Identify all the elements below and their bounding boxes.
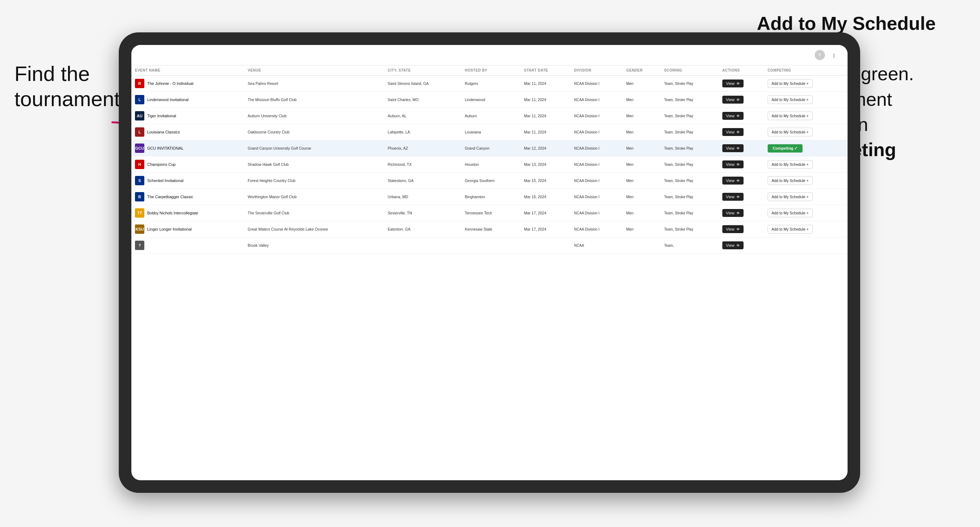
scoring: Team, Stroke Play: [664, 146, 693, 150]
city: Eatonton, GA: [388, 227, 410, 231]
hosted-by: Tennessee Tech: [465, 211, 492, 215]
scoring: Team, Stroke Play: [664, 195, 693, 199]
event-name: Schenkel Invitational: [147, 178, 183, 183]
division: NCAA Division I: [574, 211, 600, 215]
start-date: Mar 11, 2024: [524, 81, 546, 86]
add-to-schedule-button[interactable]: Add to My Schedule +: [768, 128, 813, 137]
view-button[interactable]: View 👁: [722, 128, 743, 136]
venue: Oakbourne Country Club: [248, 130, 290, 134]
venue: Shadow Hawk Golf Club: [248, 162, 289, 167]
start-date: Mar 11, 2024: [524, 114, 546, 118]
col-gender: GENDER: [623, 65, 660, 76]
city: Saint Simons Island, GA: [388, 81, 429, 86]
eye-icon: 👁: [737, 227, 740, 231]
col-venue: VENUE: [244, 65, 384, 76]
eye-icon: 👁: [737, 114, 740, 118]
scoring: Team, Stroke Play: [664, 130, 693, 134]
view-button[interactable]: View 👁: [722, 193, 743, 201]
start-date: Mar 12, 2024: [524, 146, 546, 150]
eye-icon: 👁: [737, 243, 740, 248]
scoring: Team, Stroke Play: [664, 227, 693, 231]
eye-icon: 👁: [737, 98, 740, 102]
col-actions: ACTIONS: [719, 65, 764, 76]
add-to-schedule-button[interactable]: Add to My Schedule +: [768, 111, 813, 120]
col-division: DIVISION: [570, 65, 623, 76]
scoring: Team,: [664, 243, 674, 248]
division: NCAA Division I: [574, 130, 600, 134]
venue: Great Waters Course At Reynolds Lake Oco…: [248, 227, 328, 231]
venue: The Sevierville Golf Club: [248, 211, 290, 215]
add-to-schedule-button[interactable]: Add to My Schedule +: [768, 209, 813, 217]
table-row: L Lindenwood Invitational The Missouri B…: [131, 92, 848, 108]
venue: Grand Canyon University Golf Course: [248, 146, 311, 150]
gender: Men: [626, 81, 633, 86]
view-button[interactable]: View 👁: [722, 144, 743, 152]
scoring: Team, Stroke Play: [664, 179, 693, 183]
event-name: The Carpetbagger Classic: [147, 195, 193, 199]
scoring: Team, Stroke Play: [664, 114, 693, 118]
table-row: B The Carpetbagger Classic Worthington M…: [131, 189, 848, 205]
add-to-schedule-button[interactable]: Add to My Schedule +: [768, 176, 813, 185]
app-header: T |: [131, 45, 848, 65]
gender: Men: [626, 114, 633, 118]
division: NCAA Division I: [574, 195, 600, 199]
division: NCAA Division I: [574, 82, 600, 86]
division: NCAA Division I: [574, 179, 600, 183]
eye-icon: 👁: [737, 211, 740, 215]
city: Lafayette, LA: [388, 130, 410, 134]
city: Urbana, MD: [388, 195, 408, 199]
col-competing: COMPETING: [764, 65, 848, 76]
col-scoring: SCORING: [660, 65, 719, 76]
event-name: Tiger Invitational: [147, 114, 176, 118]
event-name: Linger Longer Invitational: [147, 227, 192, 231]
competing-button[interactable]: Competing ✓: [768, 144, 803, 152]
table-row: S Schenkel Invitational Forest Heights C…: [131, 173, 848, 189]
view-button[interactable]: View 👁: [722, 112, 743, 120]
hosted-by: Georgia Southern: [465, 178, 495, 183]
view-button[interactable]: View 👁: [722, 225, 743, 233]
scoring: Team, Stroke Play: [664, 98, 693, 102]
add-to-schedule-button[interactable]: Add to My Schedule +: [768, 79, 813, 88]
table-row: AU Tiger Invitational Auburn University …: [131, 108, 848, 124]
division: NCAA Division I: [574, 163, 600, 167]
view-button[interactable]: View 👁: [722, 79, 743, 87]
user-avatar: T: [815, 50, 825, 60]
add-to-schedule-button[interactable]: Add to My Schedule +: [768, 192, 813, 201]
eye-icon: 👁: [737, 179, 740, 183]
col-city: CITY, STATE: [384, 65, 461, 76]
table-container: EVENT NAME VENUE CITY, STATE HOSTED BY S…: [131, 65, 848, 480]
start-date: Mar 11, 2024: [524, 130, 546, 134]
gender: Men: [626, 162, 633, 167]
view-button[interactable]: View 👁: [722, 177, 743, 184]
city: Auburn, AL: [388, 114, 406, 118]
venue: Forest Heights Country Club: [248, 178, 295, 183]
city: Richmond, TX: [388, 162, 411, 167]
view-button[interactable]: View 👁: [722, 96, 743, 103]
event-name: Lindenwood Invitational: [147, 97, 189, 102]
division: NCAA: [574, 243, 584, 248]
gender: Men: [626, 97, 633, 102]
event-name: The Johnnie - O Individual: [147, 81, 193, 86]
col-event: EVENT NAME: [131, 65, 244, 76]
table-row: ? Brook ValleyNCAATeam,View 👁: [131, 237, 848, 254]
add-to-schedule-button[interactable]: Add to My Schedule +: [768, 95, 813, 104]
nav-tabs: [151, 54, 815, 56]
table-row: KSU Linger Longer Invitational Great Wat…: [131, 221, 848, 237]
left-annotation: Find the tournament.: [14, 61, 130, 111]
event-name: GCU INVITATIONAL: [147, 146, 183, 150]
view-button[interactable]: View 👁: [722, 241, 743, 249]
add-to-schedule-button[interactable]: Add to My Schedule +: [768, 160, 813, 169]
start-date: Mar 11, 2024: [524, 97, 546, 102]
view-button[interactable]: View 👁: [722, 209, 743, 217]
gender: Men: [626, 211, 633, 215]
view-button[interactable]: View 👁: [722, 160, 743, 168]
table-row: L Louisiana Classics Oakbourne Country C…: [131, 124, 848, 140]
start-date: Mar 17, 2024: [524, 211, 546, 215]
tournaments-table: EVENT NAME VENUE CITY, STATE HOSTED BY S…: [131, 65, 848, 254]
table-row: GCU GCU INVITATIONAL Grand Canyon Univer…: [131, 140, 848, 157]
gender: Men: [626, 178, 633, 183]
add-to-schedule-button[interactable]: Add to My Schedule +: [768, 225, 813, 233]
gender: Men: [626, 227, 633, 231]
col-hosted: HOSTED BY: [461, 65, 520, 76]
start-date: Mar 15, 2024: [524, 178, 546, 183]
